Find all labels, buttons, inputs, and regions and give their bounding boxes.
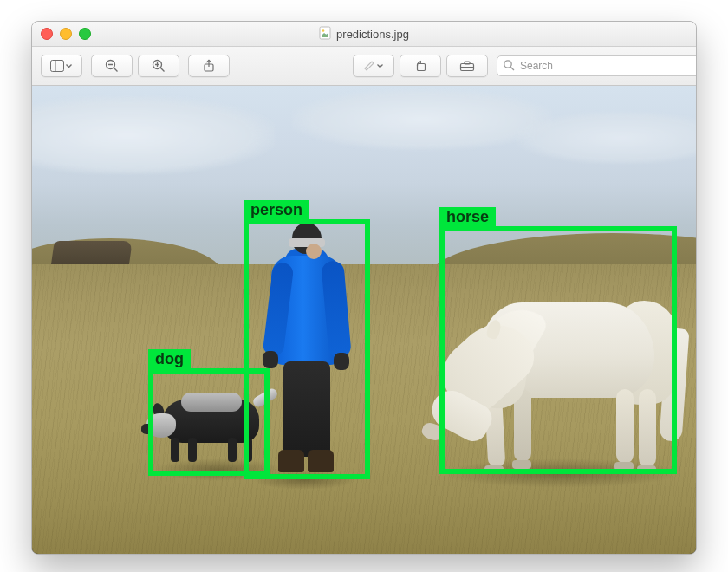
sidebar-icon (50, 60, 73, 72)
toolbar (32, 47, 696, 86)
image-viewport[interactable]: dog person horse (32, 86, 696, 555)
fullscreen-window-button[interactable] (79, 28, 91, 40)
annotate-button[interactable] (353, 55, 394, 77)
share-group (188, 55, 230, 77)
pencil-icon (363, 60, 384, 72)
cloud (32, 96, 275, 174)
zoom-in-icon (152, 59, 166, 73)
search-icon (503, 59, 515, 75)
zoom-group (91, 55, 179, 77)
zoom-out-icon (105, 59, 119, 73)
preview-window: predictions.jpg (31, 21, 697, 555)
close-window-button[interactable] (41, 28, 53, 40)
cloud (292, 89, 552, 150)
svg-rect-14 (418, 64, 426, 71)
svg-rect-3 (51, 61, 64, 72)
predictions-image: dog person horse (32, 86, 696, 555)
titlebar: predictions.jpg (32, 22, 696, 47)
minimize-window-button[interactable] (60, 28, 72, 40)
rotate-button[interactable] (400, 55, 441, 77)
svg-point-18 (504, 61, 511, 68)
chevron-down-icon (67, 65, 72, 68)
markup-toolbar-button[interactable] (446, 55, 488, 77)
jpeg-file-icon (319, 26, 331, 42)
zoom-in-button[interactable] (138, 55, 179, 77)
svg-point-2 (322, 29, 325, 32)
search-field-wrap (497, 55, 687, 76)
share-button[interactable] (188, 55, 230, 77)
chevron-down-icon (378, 65, 383, 68)
sidebar-toggle-button[interactable] (41, 55, 82, 77)
svg-line-6 (114, 68, 117, 71)
zoom-out-button[interactable] (91, 55, 133, 77)
svg-line-19 (510, 67, 514, 70)
person (259, 223, 354, 483)
window-title: predictions.jpg (336, 28, 409, 41)
share-icon (203, 59, 215, 73)
cloud (517, 112, 696, 164)
svg-line-9 (160, 68, 164, 71)
svg-rect-1 (322, 34, 328, 37)
window-controls (41, 28, 91, 40)
sidebar-group (41, 55, 82, 77)
rotate-left-icon (413, 60, 427, 72)
dog (146, 377, 276, 472)
search-input[interactable] (497, 55, 697, 76)
window-title-group: predictions.jpg (32, 26, 696, 42)
toolbox-icon (459, 60, 475, 72)
svg-rect-16 (465, 62, 470, 64)
horse (446, 250, 689, 476)
markup-group (353, 55, 488, 77)
svg-rect-0 (320, 27, 330, 39)
